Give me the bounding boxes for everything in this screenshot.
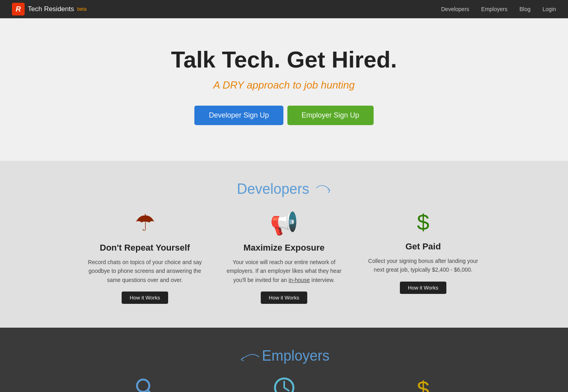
employers-arrow-icon	[238, 350, 260, 364]
developers-label-text: Developers	[237, 181, 331, 197]
svg-line-1	[147, 390, 154, 392]
feature-paid-how-button[interactable]: How it Works	[400, 282, 446, 294]
feature-dry: ☂ Don't Repeat Yourself Record chats on …	[87, 209, 203, 304]
developers-arrow-icon	[315, 182, 331, 194]
dollar-green-icon: $	[366, 209, 481, 235]
developer-signup-button[interactable]: Developer Sign Up	[194, 106, 283, 125]
dollar-yellow-icon: $	[366, 376, 481, 392]
feature-paid-desc: Collect your signing bonus after landing…	[366, 257, 481, 274]
employers-label: Employers	[8, 348, 560, 364]
feature-exposure-title: Maximize Exposure	[227, 243, 342, 253]
developers-section: Developers ☂ Don't Repeat Yourself Recor…	[0, 161, 568, 328]
logo: R Tech Residents beta	[12, 3, 441, 15]
nav-developers[interactable]: Developers	[441, 6, 469, 12]
nav-login[interactable]: Login	[543, 6, 556, 12]
search-icon	[87, 376, 203, 392]
developers-features: ☂ Don't Repeat Yourself Record chats on …	[66, 209, 503, 304]
feature-dry-desc: Record chats on topics of your choice an…	[87, 258, 203, 284]
megaphone-icon: 📢	[227, 209, 342, 236]
hero-buttons: Developer Sign Up Employer Sign Up	[8, 106, 560, 125]
feature-exposure: 📢 Maximize Exposure Your voice will reac…	[227, 209, 342, 304]
nav-employers[interactable]: Employers	[481, 6, 508, 12]
employers-features: Find Talent Our low-barrier platform att…	[66, 376, 503, 392]
employers-section: Employers Find Talent Our low-barrier pl…	[0, 328, 568, 392]
employers-label-text: Employers	[238, 348, 330, 364]
umbrella-icon: ☂	[87, 209, 203, 236]
logo-name: Tech Residents	[28, 5, 74, 13]
feature-dry-how-button[interactable]: How it Works	[122, 292, 168, 304]
logo-icon: R	[12, 3, 25, 15]
svg-line-4	[284, 388, 289, 391]
feature-money: $ Save Money Save between 30-50% on trad…	[366, 376, 481, 392]
hero-headline: Talk Tech. Get Hired.	[8, 46, 560, 73]
hero-section: Talk Tech. Get Hired. A DRY approach to …	[0, 18, 568, 161]
feature-exposure-desc: Your voice will reach our entire network…	[227, 258, 342, 284]
feature-time: Save Time Eliminate phone screens and li…	[227, 376, 342, 392]
employer-signup-button[interactable]: Employer Sign Up	[287, 106, 374, 125]
feature-dry-title: Don't Repeat Yourself	[87, 243, 203, 253]
nav-blog[interactable]: Blog	[520, 6, 531, 12]
logo-beta: beta	[77, 6, 86, 12]
feature-exposure-how-button[interactable]: How it Works	[261, 292, 307, 304]
search-icon-svg	[134, 376, 157, 392]
developers-label: Developers	[8, 181, 560, 197]
feature-paid-title: Get Paid	[366, 241, 481, 252]
hero-subheading: A DRY approach to job hunting	[8, 79, 560, 91]
feature-paid: $ Get Paid Collect your signing bonus af…	[366, 209, 481, 304]
feature-talent: Find Talent Our low-barrier platform att…	[87, 376, 203, 392]
clock-icon-svg	[273, 376, 296, 392]
navbar: R Tech Residents beta Developers Employe…	[0, 0, 568, 18]
clock-icon	[227, 376, 342, 392]
nav-links: Developers Employers Blog Login	[441, 6, 556, 13]
